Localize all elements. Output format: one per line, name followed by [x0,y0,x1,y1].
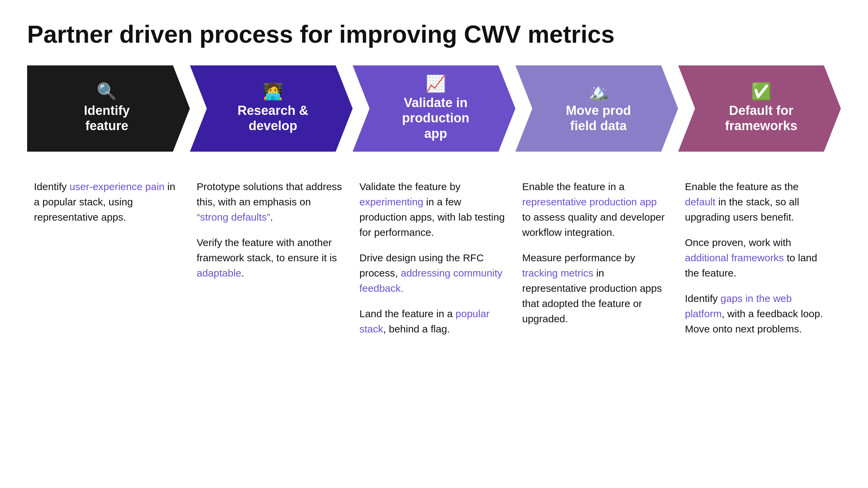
content-col-validate-production: Validate the feature by experimenting in… [353,172,515,343]
content-paragraph: Identify gaps in the web platform, with … [685,291,831,337]
content-paragraph: Measure performance by tracking metrics … [522,250,668,326]
step-title-validate-production: Validate in production app [402,95,469,142]
arrow-step-identify-feature: 🔍Identify feature [27,65,190,152]
content-col-move-prod-field-data: Enable the feature in a representative p… [515,172,678,343]
content-paragraph: Land the feature in a popular stack, beh… [359,306,505,337]
content-link[interactable]: addressing community feedback. [359,267,502,294]
content-link[interactable]: “strong defaults” [197,211,270,223]
content-paragraph: Identify user-experience pain in a popul… [34,179,180,225]
content-link[interactable]: gaps in the web platform [685,293,792,319]
step-icon-validate-production: 📈 [426,76,446,92]
page-title: Partner driven process for improving CWV… [27,20,841,48]
content-link[interactable]: experimenting [359,196,423,207]
step-icon-research-develop: 🧑‍💻 [263,83,283,100]
arrows-row: 🔍Identify feature🧑‍💻Research & develop📈V… [27,65,841,152]
step-icon-default-frameworks: ✅ [751,83,771,100]
step-title-move-prod-field-data: Move prod field data [566,103,631,134]
content-link[interactable]: popular stack [359,308,490,334]
arrow-step-validate-production: 📈Validate in production app [353,65,515,152]
content-paragraph: Drive design using the RFC process, addr… [359,250,505,296]
content-col-identify-feature: Identify user-experience pain in a popul… [27,172,190,343]
content-link[interactable]: adaptable [197,267,241,279]
content-link[interactable]: tracking metrics [522,267,593,279]
content-paragraph: Enable the feature as the default in the… [685,179,831,225]
content-row: Identify user-experience pain in a popul… [27,172,841,343]
step-title-research-develop: Research & develop [237,103,308,134]
content-paragraph: Enable the feature in a representative p… [522,179,668,240]
content-paragraph: Prototype solutions that address this, w… [197,179,342,225]
content-link[interactable]: additional frameworks [685,252,784,263]
content-link[interactable]: default [685,196,715,207]
step-title-identify-feature: Identify feature [84,103,130,134]
arrow-step-default-frameworks: ✅Default for frameworks [678,65,841,152]
step-title-default-frameworks: Default for frameworks [725,103,797,134]
step-icon-identify-feature: 🔍 [97,83,117,100]
content-link[interactable]: representative production app [522,196,657,207]
step-icon-move-prod-field-data: 🏔️ [588,83,609,100]
content-col-research-develop: Prototype solutions that address this, w… [190,172,353,343]
content-paragraph: Once proven, work with additional framew… [685,235,831,281]
arrow-step-move-prod-field-data: 🏔️Move prod field data [515,65,678,152]
content-link[interactable]: user-experience pain [70,181,164,192]
content-col-default-frameworks: Enable the feature as the default in the… [678,172,841,343]
content-paragraph: Validate the feature by experimenting in… [359,179,505,240]
content-paragraph: Verify the feature with another framewor… [197,235,342,281]
arrow-step-research-develop: 🧑‍💻Research & develop [190,65,353,152]
